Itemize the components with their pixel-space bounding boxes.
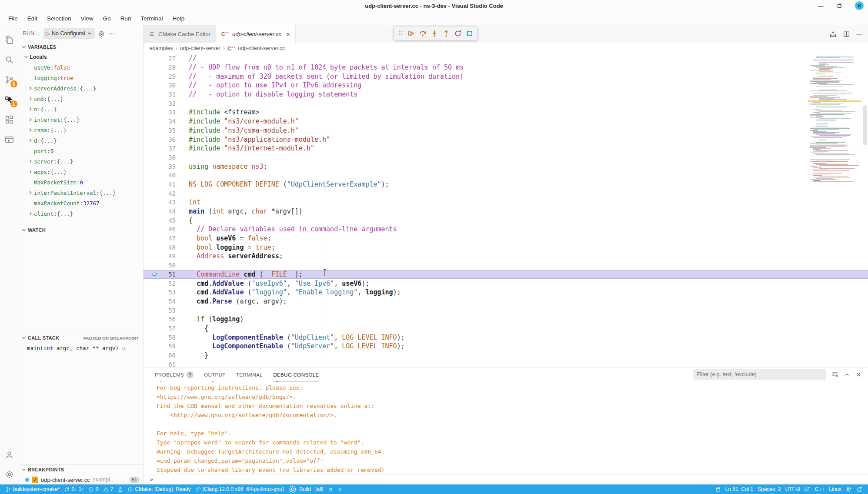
activity-preview-panel[interactable] <box>0 130 19 150</box>
locals-scope-row[interactable]: Locals <box>19 52 143 62</box>
platform[interactable]: Linux <box>827 486 844 492</box>
variable-row-client[interactable]: client: {...} <box>19 208 143 219</box>
breakpoints-header[interactable]: BREAKPOINTS <box>19 465 143 474</box>
panel-tab-output[interactable]: OUTPUT <box>204 367 226 381</box>
close-icon[interactable]: × <box>286 30 290 38</box>
variable-row-MaxPacketSize[interactable]: MaxPacketSize: 0 <box>19 177 143 187</box>
activity-extensions[interactable] <box>0 110 19 130</box>
menu-item-help[interactable]: Help <box>167 13 189 24</box>
breadcrumb-item[interactable]: udp-client-server.cc <box>238 45 285 51</box>
cmake-kit[interactable]: [Clang 12.0.0 x86_64-pc-linux-gnu] <box>193 486 286 492</box>
debug-configuration-dropdown[interactable]: ▷ No Configural <box>43 28 95 39</box>
debug-settings-gear-icon[interactable] <box>98 30 105 37</box>
eol[interactable]: LF <box>802 486 813 492</box>
restart-button[interactable] <box>454 30 462 37</box>
breadcrumb-item[interactable]: examples <box>150 45 173 51</box>
activity-search[interactable] <box>0 50 19 70</box>
variable-row-logging[interactable]: logging: true <box>19 73 143 83</box>
activity-explorer[interactable] <box>0 30 19 50</box>
stop-button[interactable] <box>466 30 474 37</box>
indentation[interactable]: Spaces: 2 <box>755 486 783 492</box>
cmake-status[interactable]: CMake: [Debug]: Ready <box>125 486 193 492</box>
branch-indicator[interactable]: buildsystem-cmake* <box>3 486 62 492</box>
debug-console[interactable]: Type "show configuration" for configurat… <box>144 381 868 474</box>
restore-button[interactable] <box>836 2 844 10</box>
cmake-run-button[interactable] <box>336 487 346 492</box>
variable-row-d[interactable]: d: {...} <box>19 135 143 146</box>
variable-row-n[interactable]: n: {...} <box>19 104 143 114</box>
cmake-build-button[interactable]: Build <box>286 484 313 494</box>
variable-row-internet[interactable]: internet: {...} <box>19 114 143 125</box>
breakpoint-checkbox[interactable]: ✓ <box>32 477 38 483</box>
step-into-button[interactable] <box>431 30 438 37</box>
tab-udp-client-server-cc[interactable]: C++udp-client-server.cc× <box>216 25 296 43</box>
activity-run-and-debug[interactable]: 1 <box>0 90 19 110</box>
cmake-debug-button[interactable] <box>326 487 336 492</box>
run-below-icon[interactable] <box>829 30 837 38</box>
variable-row-maxPacketCount[interactable]: maxPacketCount: 32767 <box>19 198 143 208</box>
sync-indicator[interactable]: 0↓ 1↑ <box>62 486 86 492</box>
activity-manage[interactable] <box>0 464 19 484</box>
cmake-test-button[interactable] <box>115 487 125 492</box>
continue-button[interactable] <box>407 30 415 37</box>
feedback[interactable] <box>844 486 854 492</box>
menu-item-go[interactable]: Go <box>98 13 116 24</box>
menu-item-run[interactable]: Run <box>116 13 136 24</box>
minimap-line <box>819 90 837 90</box>
errors-count[interactable]: 0 <box>86 486 101 492</box>
stack-frame-row[interactable]: main(int argc, char ** argv) u. <box>19 343 143 353</box>
variable-row-port[interactable]: port: 0 <box>19 146 143 156</box>
encoding[interactable]: UTF-8 <box>783 486 802 492</box>
language-mode[interactable]: C++ <box>813 486 827 492</box>
watch-header[interactable]: WATCH <box>19 225 143 235</box>
code-editor[interactable]: 27//28// - UDP flow from n0 to n1 of 102… <box>144 54 868 367</box>
maximize-panel-icon[interactable] <box>844 371 850 378</box>
panel-tab-debug-console[interactable]: DEBUG CONSOLE <box>273 367 319 381</box>
warnings-count[interactable]: 7 <box>101 486 116 492</box>
variable-row-useV6[interactable]: useV6: false <box>19 62 143 73</box>
line-number: 27 <box>158 55 176 62</box>
tab-label: CMake Cache Editor <box>158 31 210 37</box>
editor-scrollbar[interactable] <box>863 105 867 145</box>
variable-row-interPacketInterval[interactable]: interPacketInterval: {...} <box>19 187 143 198</box>
menu-item-edit[interactable]: Edit <box>23 13 42 24</box>
menu-item-view[interactable]: View <box>76 13 98 24</box>
step-over-button[interactable] <box>419 30 427 37</box>
more-actions-icon[interactable]: ··· <box>856 31 862 37</box>
notifications[interactable] <box>854 486 865 492</box>
close-panel-icon[interactable] <box>855 371 862 378</box>
activity-account[interactable] <box>0 444 19 464</box>
minimap-line <box>819 62 854 63</box>
more-actions-icon[interactable]: ··· <box>108 30 115 37</box>
variable-row-cmd[interactable]: cmd: {...} <box>19 93 143 104</box>
split-editor-icon[interactable] <box>843 30 850 38</box>
variable-row-apps[interactable]: apps: {...} <box>19 167 143 177</box>
minimap-line <box>813 148 831 149</box>
step-out-button[interactable] <box>442 30 450 37</box>
remote-indicator[interactable] <box>713 487 723 492</box>
activity-source-control[interactable]: 6 <box>0 70 19 90</box>
minimap-line <box>813 106 832 107</box>
menu-item-terminal[interactable]: Terminal <box>136 13 167 24</box>
variable-row-server[interactable]: server: {...} <box>19 156 143 167</box>
cursor-position[interactable]: Ln 51, Col 1 <box>723 486 756 492</box>
clear-console-icon[interactable] <box>831 371 838 378</box>
start-debug-icon[interactable]: ▷ <box>46 30 50 37</box>
variable-row-serverAddress[interactable]: serverAddress: {...} <box>19 83 143 93</box>
variables-header[interactable]: VARIABLES <box>19 42 143 52</box>
tab-cmake-cache-editor[interactable]: CMake Cache Editor <box>144 25 216 43</box>
cmake-build-target[interactable]: [all] <box>313 486 326 492</box>
call-stack-header[interactable]: CALL STACK PAUSED ON BREAKPOINT <box>19 333 143 343</box>
minimize-button[interactable]: — <box>817 2 825 10</box>
menu-item-selection[interactable]: Selection <box>42 13 76 24</box>
panel-tab-terminal[interactable]: TERMINAL <box>236 367 263 381</box>
breakpoint-row[interactable]: ✓ udp-client-server.cc exampl... 51 <box>19 474 143 484</box>
panel-tab-problems[interactable]: PROBLEMS7 <box>155 367 194 381</box>
breadcrumb-item[interactable]: udp-client-server <box>180 45 220 51</box>
minimap[interactable] <box>808 55 861 185</box>
close-button[interactable]: ✕ <box>855 1 864 10</box>
debug-console-input[interactable]: > <box>144 474 868 484</box>
menu-item-file[interactable]: File <box>3 13 23 24</box>
console-filter-input[interactable] <box>693 369 826 380</box>
variable-row-csma[interactable]: csma: {...} <box>19 125 143 135</box>
